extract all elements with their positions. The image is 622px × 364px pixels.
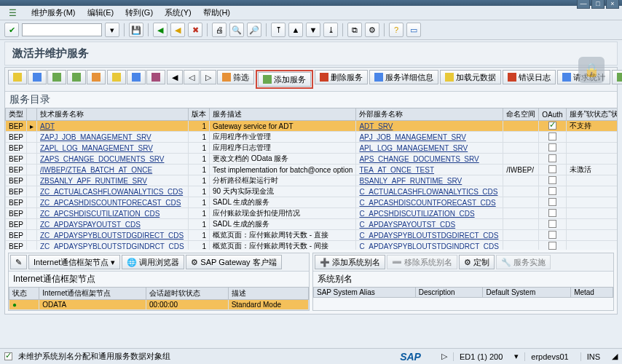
- table-row[interactable]: BEPZC_APDAYSPYBLOUTSTDGDIRECT_CDS1概览页面：应…: [6, 230, 618, 241]
- details-icon[interactable]: [28, 70, 47, 84]
- server-indicator-icon: ▾: [514, 352, 519, 361]
- add-alias-button[interactable]: ➕添加系统别名: [315, 255, 385, 269]
- menu-goto[interactable]: 转到(G): [121, 7, 157, 18]
- gateway-client-button[interactable]: ⚙SAP Gateway 客户端: [186, 255, 281, 269]
- insert-mode: INS: [580, 352, 606, 361]
- watermark-icon: 🔒: [578, 57, 605, 83]
- shortcut-icon[interactable]: ⚙: [365, 23, 379, 37]
- menu-edit[interactable]: 编辑(E): [83, 7, 119, 18]
- table-row[interactable]: BEPZAPJ_JOB_MANAGEMENT_SRV1应用程序作业管理APJ_J…: [6, 132, 618, 143]
- sort-desc-icon[interactable]: [67, 70, 86, 84]
- alias-panel-title: 系统别名: [313, 272, 613, 287]
- table-row[interactable]: BEPZAPS_CHANGE_DOCUMENTS_SRV1更改文档的 OData…: [6, 154, 618, 165]
- call-browser-button[interactable]: 🌐调用浏览器: [122, 255, 184, 269]
- status-check-icon: [4, 352, 12, 360]
- menu-system[interactable]: 系统(Y): [160, 7, 196, 18]
- new-session-icon[interactable]: ⧉: [347, 23, 362, 37]
- export-icon[interactable]: [127, 70, 146, 84]
- alias-grid[interactable]: SAP System AliasDescriptionDefault Syste…: [313, 287, 613, 298]
- menu-bar: ☰ 维护服务(M) 编辑(E) 转到(G) 系统(Y) 帮助(H): [0, 6, 622, 20]
- standard-toolbar: ✔ ▾ 💾 ◀ ◀ ✖ 🖨 🔍 🔎 ⤒ ▲ ▼ ⤓ ⧉ ⚙ ? ▭: [0, 20, 622, 40]
- catalog-title: 服务目录: [5, 92, 617, 108]
- cancel-icon[interactable]: ✖: [188, 23, 202, 37]
- layout-save-icon[interactable]: [146, 70, 165, 84]
- icf-edit-icon[interactable]: ✎: [10, 255, 27, 269]
- find-next-icon[interactable]: 🔎: [247, 23, 261, 37]
- exit-icon[interactable]: ◀: [170, 23, 185, 37]
- filter-icon[interactable]: [87, 70, 106, 84]
- next-page-icon[interactable]: ▼: [306, 23, 320, 37]
- content-area: ◀ ◁ ▷ 筛选 添加服务 删除服务 服务详细信息 加载元数据 错误日志 请求统…: [4, 67, 618, 314]
- table-row[interactable]: BEPZC_APCASHDISCOUNTFORECAST_CDS1SADL 生成…: [6, 197, 618, 208]
- table-row[interactable]: BEPZBSANLY_APF_RUNTIME_SRV1分析路径框架运行时BSAN…: [6, 175, 618, 186]
- sap-logo: SAP: [400, 351, 421, 363]
- menu-icon[interactable]: ☰: [4, 8, 21, 18]
- icf-grid[interactable]: 状态Internet通信框架节点会话超时软状态描述 ● ODATA 00:00:…: [9, 287, 309, 310]
- error-log-button[interactable]: 错误日志: [503, 70, 556, 84]
- nav-next-icon[interactable]: ▷: [200, 70, 216, 84]
- table-row[interactable]: BEPZC_APDAYSPYBLOUTSTDGINDRCT_CDS1概览页面：应…: [6, 241, 618, 250]
- customize-button[interactable]: ⚙定制: [459, 255, 495, 269]
- alias-panel: ➕添加系统别名 ➖移除系统别名 ⚙定制 🔧服务实施 系统别名 SAP Syste…: [312, 253, 614, 311]
- resize-grip-icon[interactable]: ◢: [612, 352, 618, 361]
- window-titlebar: — □ ×: [0, 0, 622, 6]
- help-icon[interactable]: ?: [389, 23, 403, 37]
- remove-alias-button[interactable]: ➖移除系统别名: [387, 255, 457, 269]
- close-icon[interactable]: ×: [606, 0, 619, 9]
- service-detail-button[interactable]: 服务详细信息: [369, 70, 438, 84]
- dropdown-icon[interactable]: ▾: [105, 23, 119, 37]
- server-name: erpdevs01: [524, 352, 574, 361]
- refresh-catalog-button[interactable]: 刷新目录: [612, 70, 622, 84]
- save-icon[interactable]: 💾: [129, 23, 143, 37]
- app-toolbar: ◀ ◁ ▷ 筛选 添加服务 删除服务 服务详细信息 加载元数据 错误日志 请求统…: [5, 68, 617, 92]
- sort-asc-icon[interactable]: [47, 70, 66, 84]
- icf-panel: ✎ Internet通信框架节点 ▾ 🌐调用浏览器 ⚙SAP Gateway 客…: [8, 253, 310, 311]
- table-row[interactable]: BEPZC_APDAYSPAYOUTST_CDS1SADL 生成的服务C_APD…: [6, 219, 618, 230]
- prev-page-icon[interactable]: ▲: [288, 23, 303, 37]
- first-page-icon[interactable]: ⤒: [271, 23, 286, 37]
- filter-button[interactable]: 筛选: [217, 70, 254, 84]
- menu-help[interactable]: 帮助(H): [199, 7, 235, 18]
- menu-maintain[interactable]: 维护服务(M): [27, 7, 80, 18]
- nav-prev-icon[interactable]: ◁: [184, 70, 200, 84]
- maximize-icon[interactable]: □: [591, 0, 605, 9]
- service-catalog-grid[interactable]: 类型技术服务名称版本服务描述外部服务名称命名空间OAuth服务"软状态"状态服务…: [5, 108, 617, 250]
- session-info: ED1 (1) 200: [453, 352, 508, 361]
- add-service-button[interactable]: 添加服务: [258, 72, 311, 87]
- status-bar: 未维护系统别名分配和通用服务数据对象组 SAP ▷ ED1 (1) 200 ▾ …: [0, 348, 622, 364]
- print-icon[interactable]: 🖨: [212, 23, 227, 37]
- table-row[interactable]: BEP▸ADT1Gateway service for ADTADT_SRV不支…: [6, 121, 618, 132]
- last-page-icon[interactable]: ⤓: [323, 23, 338, 37]
- layout-icon[interactable]: ▭: [406, 23, 421, 37]
- nav-first-icon[interactable]: ◀: [167, 70, 183, 84]
- minimize-icon[interactable]: —: [577, 0, 590, 9]
- table-row: ● ODATA 00:00:00 Standard Mode: [9, 300, 309, 310]
- nav-icon[interactable]: ▷: [441, 352, 447, 361]
- enter-icon[interactable]: ✔: [4, 23, 19, 37]
- toggle-icon[interactable]: [8, 70, 27, 84]
- icf-panel-title: Internet通信框架节点: [9, 272, 309, 287]
- table-row[interactable]: BEPZC_APCSHDISCUTILIZATION_CDS1应付账款现金折扣使…: [6, 208, 618, 219]
- table-row[interactable]: BEPZC_ACTUALCASHFLOWANALYTICS_CDS190 天内实…: [6, 186, 618, 197]
- table-row[interactable]: BEP/IWBEP/ZTEA_BATCH_AT_ONCE1Test implem…: [6, 165, 618, 175]
- service-impl-button[interactable]: 🔧服务实施: [496, 255, 551, 269]
- status-message: 未维护系统别名分配和通用服务数据对象组: [18, 351, 170, 362]
- command-field[interactable]: [22, 23, 102, 36]
- sum-icon[interactable]: [107, 70, 126, 84]
- table-row[interactable]: BEPZAPL_LOG_MANAGEMENT_SRV1应用程序日志管理APL_L…: [6, 143, 618, 154]
- load-metadata-button[interactable]: 加载元数据: [440, 70, 501, 84]
- back-icon[interactable]: ◀: [153, 23, 168, 37]
- delete-service-button[interactable]: 删除服务: [315, 70, 368, 84]
- find-icon[interactable]: 🔍: [229, 23, 244, 37]
- icf-node-button[interactable]: Internet通信框架节点 ▾: [28, 255, 120, 269]
- page-title: 激活并维护服务: [4, 41, 618, 66]
